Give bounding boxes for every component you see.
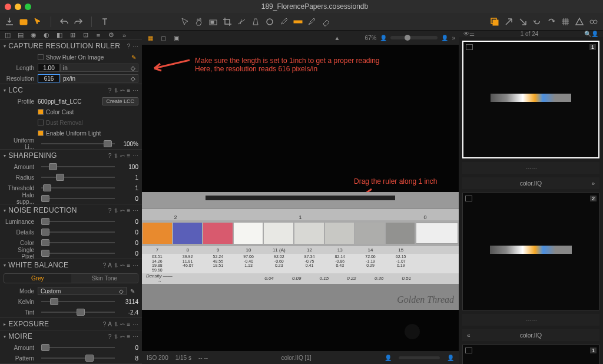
- panel-controls[interactable]: ? ⥮ ⤺ ≡ ⋯: [108, 87, 138, 94]
- apply-down-icon[interactable]: [518, 17, 528, 27]
- colorcast-checkbox[interactable]: [38, 109, 44, 115]
- length-input[interactable]: [38, 64, 60, 72]
- person-icon-2[interactable]: 👤: [441, 35, 448, 41]
- amount-slider[interactable]: [41, 166, 115, 167]
- lens-tab-icon[interactable]: ◉: [29, 31, 38, 39]
- threshold-slider[interactable]: [41, 187, 115, 188]
- next-arrow-icon[interactable]: »: [591, 180, 595, 187]
- profile-value: 600ppi_flat_LCC: [38, 98, 102, 105]
- kelvin-slider[interactable]: [41, 301, 115, 302]
- adjustments-tab-icon[interactable]: ⊡: [81, 31, 90, 39]
- ruler-tool-icon[interactable]: [293, 17, 303, 27]
- sliders-icon[interactable]: ⚌: [469, 31, 475, 37]
- color-slider[interactable]: [41, 242, 115, 243]
- import-icon[interactable]: [5, 17, 14, 27]
- panel-controls[interactable]: ? ⥮ ⤺ ≡ ⋯: [108, 153, 138, 159]
- thumbnail-3[interactable]: 1: [462, 345, 599, 364]
- focus-mask-icon[interactable]: [589, 17, 598, 27]
- eye-icon[interactable]: 👁: [463, 31, 469, 37]
- hand-icon[interactable]: [194, 17, 204, 27]
- chevron-icon[interactable]: »: [452, 35, 455, 41]
- text-tool-icon[interactable]: [100, 17, 110, 27]
- halo-slider[interactable]: [41, 198, 115, 199]
- warning-triangle-icon[interactable]: ▲: [334, 35, 340, 41]
- wb-picker-icon[interactable]: ✎: [127, 288, 138, 294]
- luminance-slider[interactable]: [41, 221, 115, 222]
- resolution-input[interactable]: [38, 74, 60, 82]
- thumbnail-2[interactable]: 2: [462, 193, 599, 310]
- crop-icon[interactable]: [223, 17, 232, 27]
- more-tab-icon[interactable]: »: [120, 31, 128, 39]
- view-grid-icon[interactable]: ▦: [145, 33, 155, 42]
- warning-icon[interactable]: [575, 17, 584, 27]
- copy-adjustments-icon[interactable]: [490, 17, 499, 27]
- zoom-slider[interactable]: [390, 36, 438, 39]
- rotate-right-icon[interactable]: [546, 17, 556, 27]
- maximize-window-button[interactable]: [25, 4, 31, 10]
- minimize-window-button[interactable]: [15, 4, 21, 10]
- search-icon[interactable]: 🔍: [584, 31, 591, 37]
- panel-controls[interactable]: ? ⥮ ⤺ ≡ ⋯: [108, 207, 138, 214]
- view-multi-icon[interactable]: ▣: [171, 33, 181, 42]
- capture-icon[interactable]: [19, 17, 28, 27]
- singlepixel-slider[interactable]: [41, 253, 115, 254]
- ruler-pencil-icon[interactable]: ✎: [129, 52, 138, 62]
- details-slider[interactable]: [41, 231, 115, 233]
- moire-amount-slider[interactable]: [41, 347, 115, 348]
- library-tab-icon[interactable]: ◫: [4, 31, 12, 39]
- thumbnail-1[interactable]: 1: [462, 41, 599, 158]
- moire-pattern-slider[interactable]: [41, 358, 115, 359]
- svg-rect-0: [20, 19, 27, 25]
- apply-up-icon[interactable]: [504, 17, 513, 27]
- prev-arrow-icon[interactable]: «: [467, 332, 471, 339]
- uniform-checkbox[interactable]: [38, 130, 44, 136]
- exposure-tab-icon[interactable]: ◧: [55, 31, 64, 39]
- brush-icon[interactable]: [307, 17, 317, 27]
- mode-select[interactable]: Custom◇: [38, 287, 127, 295]
- view-single-icon[interactable]: ▢: [158, 33, 168, 42]
- grid-icon[interactable]: [561, 17, 570, 27]
- straighten-icon[interactable]: [237, 17, 246, 27]
- rotate-left-icon[interactable]: [532, 17, 542, 27]
- create-lcc-button[interactable]: Create LCC: [102, 97, 138, 105]
- keystone-icon[interactable]: [251, 17, 260, 27]
- mask-icon[interactable]: [208, 17, 218, 27]
- panel-controls[interactable]: ? ⋯: [127, 43, 138, 49]
- panel-controls[interactable]: ? ⥮ ⤺ ≡ ⋯: [108, 333, 138, 340]
- output-tab-icon[interactable]: ⚙: [107, 31, 115, 39]
- colorcast-label: Color Cast: [46, 109, 74, 115]
- show-ruler-checkbox[interactable]: [38, 54, 44, 60]
- pointer-icon[interactable]: [180, 17, 190, 27]
- tint-slider[interactable]: [41, 312, 115, 313]
- status-zoom-slider[interactable]: [399, 356, 440, 359]
- person-icon[interactable]: 👤: [380, 35, 387, 41]
- redo-icon[interactable]: [74, 17, 83, 27]
- undo-icon[interactable]: [59, 17, 69, 27]
- moire-amount-label: Amount: [4, 345, 38, 351]
- close-window-button[interactable]: [5, 4, 11, 10]
- eyedropper-icon[interactable]: [279, 17, 289, 27]
- panel-controls[interactable]: ? A ⥮ ⤺ ≡ ⋯: [103, 262, 138, 269]
- status-person-icon[interactable]: 👤: [385, 355, 392, 361]
- cursor-tool-icon[interactable]: [33, 17, 42, 27]
- panel-title[interactable]: EXPOSURE: [8, 320, 103, 328]
- eraser-icon[interactable]: [322, 17, 331, 27]
- panel-title: MOIRE: [8, 332, 108, 340]
- uniform-slider[interactable]: [41, 143, 115, 144]
- color-value: 0: [118, 240, 138, 246]
- image-viewport[interactable]: Make sure the length is set to 1inch to …: [142, 45, 459, 351]
- spot-icon[interactable]: [265, 17, 274, 27]
- color-tab-icon[interactable]: ◐: [42, 31, 51, 39]
- person-browser-icon[interactable]: 👤: [591, 31, 598, 37]
- status-person-icon-2[interactable]: 👤: [447, 355, 454, 361]
- capture-tab-icon[interactable]: ▤: [16, 31, 25, 39]
- resolution-unit-select[interactable]: px/in◇: [60, 74, 138, 82]
- tab-grey[interactable]: Grey: [4, 274, 71, 283]
- length-unit-select[interactable]: in◇: [60, 64, 138, 72]
- tab-skin[interactable]: Skin Tone: [71, 274, 138, 283]
- details-tab-icon[interactable]: ⊞: [68, 31, 77, 39]
- halo-value: 0: [118, 196, 138, 202]
- metadata-tab-icon[interactable]: ≡: [94, 31, 102, 39]
- panel-controls[interactable]: ? A ⥮ ⤺ ≡ ⋯: [103, 321, 138, 327]
- radius-slider[interactable]: [41, 177, 115, 178]
